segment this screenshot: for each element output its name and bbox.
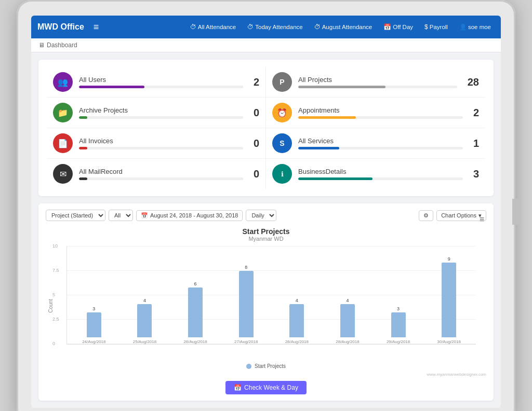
- calendar2-icon: 📅: [141, 212, 148, 219]
- chart-legend: Start Projects: [46, 363, 486, 369]
- chart-options-label: Chart Options: [441, 212, 476, 218]
- bar-value-1: 4: [143, 298, 146, 303]
- stats-info-archive-projects: Archive Projects: [79, 106, 243, 119]
- nav-all-attendance-label: All Attendance: [198, 24, 236, 30]
- bar-group-1: 4 25/Aug/2018: [121, 298, 169, 344]
- bar-group-2: 6 26/Aug/2018: [171, 281, 219, 344]
- archive-projects-bar-bg: [79, 116, 243, 119]
- stats-item-archive-projects[interactable]: 📁 Archive Projects 0: [47, 98, 266, 128]
- y-label-5: 5: [52, 292, 55, 297]
- appointments-bar: [298, 116, 356, 119]
- breadcrumb-label: Dashboard: [47, 42, 77, 49]
- nav-august-attendance[interactable]: ⏱ August Attendance: [311, 23, 376, 31]
- business-details-bar-bg: [298, 177, 463, 180]
- legend-label: Start Projects: [255, 363, 286, 369]
- chart-subtitle: Myanmar WD: [46, 236, 486, 242]
- all-users-bar-bg: [79, 86, 243, 88]
- y-label-0: 0: [52, 341, 55, 346]
- chart-footer: 📅 Check Week & Day: [46, 381, 486, 394]
- bar-7: [442, 263, 456, 337]
- all-mailrecord-icon: ✉: [53, 164, 73, 184]
- all-projects-label: All Projects: [298, 76, 457, 84]
- stats-item-all-users[interactable]: 👥 All Users 2: [47, 67, 266, 98]
- check-week-button[interactable]: 📅 Check Week & Day: [225, 381, 307, 394]
- nav-today-attendance-label: Today Attendance: [255, 24, 302, 30]
- stats-info-all-mailrecord: All MailRecord: [79, 168, 243, 180]
- calendar3-icon: 📅: [234, 384, 242, 391]
- main-content: 👥 All Users 2 P All Projects: [31, 52, 501, 408]
- date-range-label: August 24, 2018 - August 30, 2018: [150, 212, 238, 218]
- business-details-value: 3: [469, 168, 479, 180]
- all-users-value: 2: [249, 76, 259, 88]
- navbar: MWD Office ≡ ⏱ All Attendance ⏱ Today At…: [31, 16, 501, 38]
- all-users-bar: [79, 86, 144, 88]
- filter-project-select[interactable]: Project (Started): [46, 210, 105, 221]
- filter-date-range[interactable]: 📅 August 24, 2018 - August 30, 2018: [136, 210, 243, 221]
- user-avatar-icon: 👤: [459, 23, 467, 31]
- clock-icon: ⏱: [190, 23, 196, 31]
- bar-4: [289, 304, 304, 337]
- chart-settings-btn[interactable]: ⚙: [419, 210, 433, 221]
- stats-item-all-projects[interactable]: P All Projects 28: [266, 67, 485, 98]
- all-invoices-label: All Invoices: [79, 137, 243, 145]
- menu-icon[interactable]: ≡: [94, 22, 99, 33]
- brand-title: MWD Office: [37, 22, 84, 32]
- nav-all-attendance[interactable]: ⏱ All Attendance: [187, 23, 240, 31]
- bar-label-6: 29/Aug/2018: [387, 339, 410, 344]
- bar-value-0: 3: [92, 306, 95, 311]
- all-services-bar-bg: [298, 147, 463, 149]
- all-services-bar: [298, 147, 339, 149]
- bar-1: [137, 304, 152, 337]
- all-invoices-bar: [79, 147, 87, 149]
- nav-off-day[interactable]: 📅 Off Day: [380, 23, 417, 31]
- archive-projects-label: Archive Projects: [79, 106, 243, 114]
- chart-wrapper: Count 10 7.5 5 2.5 0 3 24/Aug/2018: [46, 246, 486, 360]
- bar-group-0: 3 24/Aug/2018: [70, 306, 118, 344]
- tablet-frame: MWD Office ≡ ⏱ All Attendance ⏱ Today At…: [17, 0, 515, 411]
- all-services-icon: S: [272, 133, 292, 153]
- chart-options-btn[interactable]: Chart Options ▾: [436, 210, 486, 221]
- bar-label-1: 25/Aug/2018: [133, 339, 156, 344]
- chart-filters: Project (Started) All 📅 August 24, 2018 …: [46, 210, 486, 221]
- filter-period-select[interactable]: Daily: [246, 210, 276, 221]
- business-details-bar: [298, 177, 373, 180]
- all-services-label: All Services: [298, 137, 463, 145]
- stats-info-all-users: All Users: [79, 76, 243, 88]
- legend-dot: [246, 364, 251, 369]
- bar-3: [239, 271, 254, 337]
- stats-item-all-mailrecord[interactable]: ✉ All MailRecord 0: [47, 159, 266, 189]
- all-users-label: All Users: [79, 76, 243, 84]
- stats-item-appointments[interactable]: ⏰ Appointments 2: [266, 98, 485, 128]
- appointments-icon: ⏰: [272, 103, 292, 122]
- nav-payroll[interactable]: $ Payroll: [421, 23, 451, 31]
- bars-container: 3 24/Aug/2018 4 25/Aug/2018 6 26/Aug/201…: [67, 246, 476, 344]
- nav-today-attendance[interactable]: ⏱ Today Attendance: [244, 23, 306, 31]
- bar-value-3: 8: [245, 265, 247, 270]
- chart-hamburger-icon[interactable]: ≡: [480, 215, 484, 224]
- business-details-icon: ℹ: [272, 164, 292, 184]
- clock3-icon: ⏱: [314, 23, 321, 31]
- bar-6: [391, 312, 406, 337]
- stats-item-all-services[interactable]: S All Services 1: [266, 128, 485, 159]
- tablet-side-button[interactable]: [512, 199, 520, 225]
- dollar-icon: $: [424, 23, 428, 31]
- stats-item-business-details[interactable]: ℹ BusinessDetails 3: [266, 159, 485, 189]
- nav-off-day-label: Off Day: [393, 24, 413, 30]
- stats-card: 👥 All Users 2 P All Projects: [38, 60, 494, 196]
- bar-group-3: 8 27/Aug/2018: [222, 265, 270, 344]
- breadcrumb: 🖥 Dashboard: [31, 38, 501, 52]
- nav-august-attendance-label: August Attendance: [322, 24, 373, 30]
- all-invoices-bar-bg: [79, 147, 243, 149]
- chart-card: Project (Started) All 📅 August 24, 2018 …: [38, 203, 494, 401]
- filter-all-select[interactable]: All: [109, 210, 133, 221]
- all-mailrecord-value: 0: [249, 168, 259, 180]
- user-menu[interactable]: 👤 soe moe: [456, 23, 495, 31]
- archive-projects-value: 0: [249, 107, 259, 119]
- all-projects-value: 28: [463, 76, 479, 88]
- bar-0: [87, 312, 101, 337]
- stats-item-all-invoices[interactable]: 📄 All Invoices 0: [47, 128, 266, 159]
- bar-label-7: 30/Aug/2018: [437, 339, 461, 344]
- username-label: soe moe: [468, 24, 491, 30]
- y-axis-label: Count: [48, 299, 54, 313]
- all-mailrecord-bar: [79, 177, 87, 180]
